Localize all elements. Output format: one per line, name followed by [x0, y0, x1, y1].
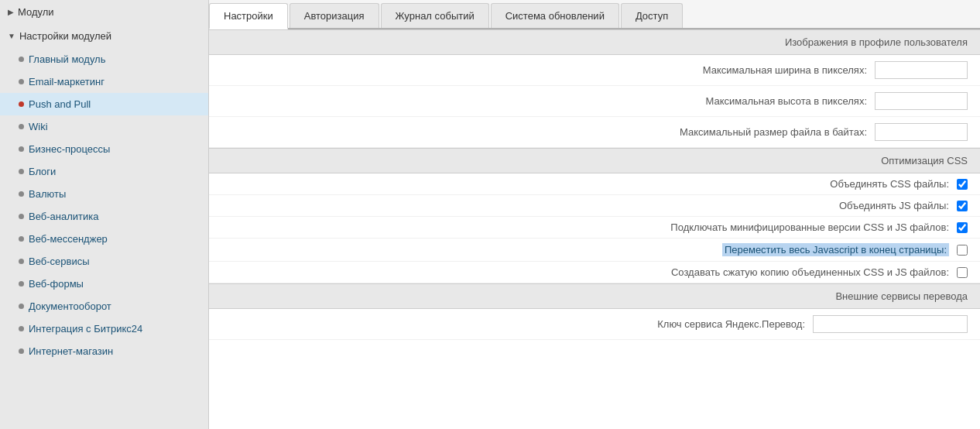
image-field-label-0: Максимальная ширина в пикселях: — [703, 64, 867, 76]
css-checkbox-label-0: Объединять CSS файлы: — [830, 178, 949, 190]
bullet-icon — [19, 191, 24, 197]
sidebar-item-4[interactable]: Бизнес-процессы — [0, 138, 208, 160]
css-section: Оптимизация CSS Объединять CSS файлы:Объ… — [209, 148, 980, 283]
image-field-label-2: Максимальный размер файла в байтах: — [680, 126, 867, 138]
sidebar-section-modules[interactable]: ▶ Модули — [0, 0, 208, 24]
tab-2[interactable]: Журнал событий — [381, 3, 489, 28]
bullet-icon — [19, 326, 24, 331]
sidebar-item-label: Веб-формы — [29, 278, 84, 290]
image-field-input-1[interactable] — [875, 92, 968, 110]
sidebar-item-11[interactable]: Документооборот — [0, 295, 208, 317]
sidebar-item-label: Документооборот — [29, 300, 111, 312]
css-checkbox-1[interactable] — [957, 201, 968, 211]
css-checkbox-label-4: Создавать сжатую копию объединенных CSS … — [671, 266, 949, 278]
main-layout: ▶ Модули ▼ Настройки модулей Главный мод… — [0, 0, 980, 429]
bullet-icon — [19, 348, 24, 354]
bullet-icon — [19, 101, 24, 107]
bullet-icon — [19, 259, 24, 264]
image-field-row-2: Максимальный размер файла в байтах: — [209, 117, 980, 148]
css-section-header: Оптимизация CSS — [209, 148, 980, 173]
css-checkbox-row-1: Объединять JS файлы: — [209, 195, 980, 217]
sidebar-item-label: Wiki — [29, 121, 48, 132]
translation-section: Внешние сервисы перевода Ключ сервиса Ян… — [209, 283, 980, 340]
css-checkbox-label-1: Объединять JS файлы: — [839, 200, 949, 211]
sidebar-item-label: Валюты — [29, 188, 66, 200]
sidebar-item-label: Бизнес-процессы — [29, 143, 110, 155]
images-section: Изображения в профиле пользователя Макси… — [209, 29, 980, 148]
tab-3[interactable]: Система обновлений — [491, 3, 619, 28]
content-area: Изображения в профиле пользователя Макси… — [209, 29, 980, 429]
sidebar-item-label: Веб-аналитика — [29, 211, 98, 222]
css-section-body: Объединять CSS файлы:Объединять JS файлы… — [209, 173, 980, 283]
translation-field-input-0[interactable] — [813, 315, 968, 333]
css-checkbox-label-2: Подключать минифицированные версии CSS и… — [670, 221, 949, 233]
tab-1[interactable]: Авторизация — [290, 3, 379, 28]
image-field-label-1: Максимальная высота в пикселях: — [705, 95, 867, 107]
bullet-icon — [19, 281, 24, 287]
sidebar-item-7[interactable]: Веб-аналитика — [0, 205, 208, 228]
sidebar-item-label: Push and Pull — [29, 98, 91, 110]
bullet-icon — [19, 236, 24, 242]
image-field-row-1: Максимальная высота в пикселях: — [209, 86, 980, 117]
bullet-icon — [19, 79, 24, 84]
bullet-icon — [19, 57, 24, 62]
sidebar-item-label: Главный модуль — [29, 53, 105, 65]
css-checkbox-row-4: Создавать сжатую копию объединенных CSS … — [209, 262, 980, 283]
tab-4[interactable]: Доступ — [621, 3, 683, 28]
arrow-down-icon: ▼ — [8, 32, 15, 40]
sidebar-item-label: Интернет-магазин — [29, 345, 113, 357]
css-checkbox-0[interactable] — [957, 179, 968, 190]
image-field-input-2[interactable] — [875, 123, 968, 141]
css-checkbox-label-3: Переместить весь Javascript в конец стра… — [722, 243, 949, 256]
sidebar-section-settings-label: Настройки модулей — [19, 30, 111, 42]
css-checkbox-row-2: Подключать минифицированные версии CSS и… — [209, 217, 980, 239]
image-field-input-0[interactable] — [875, 61, 968, 79]
sidebar-item-1[interactable]: Email-маркетинг — [0, 70, 208, 93]
sidebar-item-9[interactable]: Веб-сервисы — [0, 250, 208, 273]
css-checkbox-row-0: Объединять CSS файлы: — [209, 173, 980, 195]
sidebar-item-3[interactable]: Wiki — [0, 115, 208, 138]
images-section-header: Изображения в профиле пользователя — [209, 29, 980, 55]
sidebar: ▶ Модули ▼ Настройки модулей Главный мод… — [0, 0, 209, 429]
translation-field-label-0: Ключ сервиса Яндекс.Перевод: — [657, 318, 805, 330]
sidebar-item-6[interactable]: Валюты — [0, 183, 208, 205]
image-field-row-0: Максимальная ширина в пикселях: — [209, 55, 980, 86]
images-section-body: Максимальная ширина в пикселях:Максималь… — [209, 55, 980, 148]
sidebar-item-13[interactable]: Интернет-магазин — [0, 340, 208, 362]
sidebar-item-0[interactable]: Главный модуль — [0, 48, 208, 70]
translation-section-header: Внешние сервисы перевода — [209, 283, 980, 309]
sidebar-item-label: Веб-сервисы — [29, 256, 90, 267]
sidebar-item-label: Интеграция с Битрикс24 — [29, 323, 142, 335]
css-checkbox-4[interactable] — [957, 267, 968, 278]
css-checkbox-2[interactable] — [957, 222, 968, 233]
main-panel: НастройкиАвторизацияЖурнал событийСистем… — [209, 0, 980, 429]
bullet-icon — [19, 146, 24, 152]
sidebar-item-10[interactable]: Веб-формы — [0, 273, 208, 295]
bullet-icon — [19, 304, 24, 309]
css-checkbox-row-3: Переместить весь Javascript в конец стра… — [209, 239, 980, 262]
sidebar-item-label: Блоги — [29, 166, 56, 177]
sidebar-item-label: Веб-мессенджер — [29, 233, 108, 245]
tab-bar: НастройкиАвторизацияЖурнал событийСистем… — [209, 0, 980, 29]
sidebar-section-modules-label: Модули — [18, 6, 54, 18]
arrow-icon: ▶ — [8, 8, 14, 16]
bullet-icon — [19, 214, 24, 219]
sidebar-item-5[interactable]: Блоги — [0, 160, 208, 183]
bullet-icon — [19, 124, 24, 129]
bullet-icon — [19, 169, 24, 174]
tab-0[interactable]: Настройки — [209, 3, 288, 29]
sidebar-item-12[interactable]: Интеграция с Битрикс24 — [0, 317, 208, 340]
sidebar-item-8[interactable]: Веб-мессенджер — [0, 228, 208, 250]
sidebar-item-2[interactable]: Push and Pull — [0, 93, 208, 115]
sidebar-section-settings[interactable]: ▼ Настройки модулей — [0, 24, 208, 48]
translation-field-row-0: Ключ сервиса Яндекс.Перевод: — [209, 309, 980, 340]
sidebar-item-label: Email-маркетинг — [29, 76, 105, 88]
sidebar-items: Главный модульEmail-маркетингPush and Pu… — [0, 48, 208, 362]
translation-section-body: Ключ сервиса Яндекс.Перевод: — [209, 309, 980, 340]
css-checkbox-3[interactable] — [957, 245, 968, 256]
